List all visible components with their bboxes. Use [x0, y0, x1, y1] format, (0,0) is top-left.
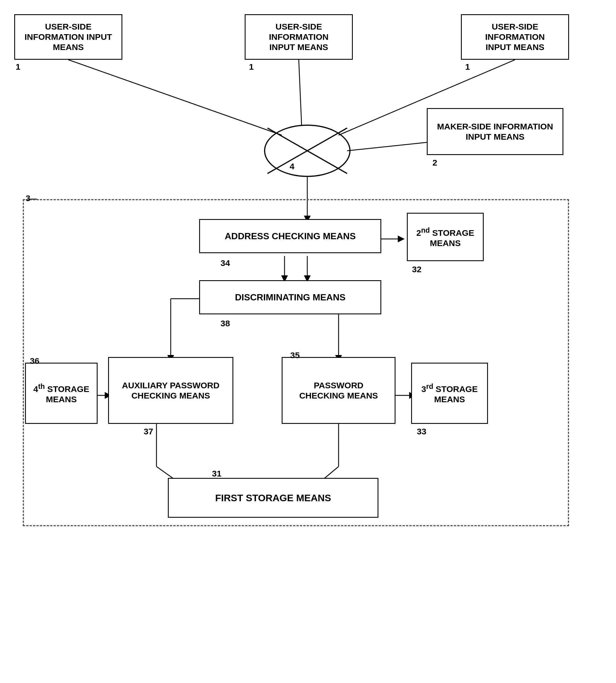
second-storage-box: 2nd STORAGEMEANS [407, 213, 484, 261]
fourth-storage-box: 4th STORAGEMEANS [25, 363, 97, 424]
user-input-box-1a: USER-SIDE INFORMATION INPUT MEANS [14, 14, 122, 60]
svg-line-2 [267, 128, 347, 174]
discriminating-box: DISCRIMINATING MEANS [199, 280, 381, 314]
label-1a: 1 [16, 62, 21, 72]
label-31: 31 [212, 469, 221, 479]
svg-line-1 [267, 128, 347, 174]
label-1b: 1 [249, 62, 254, 72]
first-storage-box: FIRST STORAGE MEANS [168, 478, 378, 518]
label-4: 4 [290, 161, 294, 171]
user-input-box-1c: USER-SIDE INFORMATIONINPUT MEANS [461, 14, 569, 60]
label-3: 3 [26, 194, 30, 203]
maker-input-box: MAKER-SIDE INFORMATIONINPUT MEANS [427, 108, 563, 155]
diagram: USER-SIDE INFORMATION INPUT MEANS USER-S… [0, 0, 616, 683]
svg-line-4 [299, 60, 302, 125]
label-2: 2 [433, 158, 437, 168]
label-33: 33 [417, 427, 426, 436]
third-storage-box: 3rd STORAGEMEANS [411, 363, 488, 424]
svg-point-0 [265, 125, 350, 176]
label-38: 38 [221, 318, 230, 328]
password-checking-box: PASSWORDCHECKING MEANS [282, 357, 395, 424]
label-37: 37 [144, 427, 153, 436]
label-34: 34 [221, 258, 230, 268]
address-checking-box: ADDRESS CHECKING MEANS [199, 219, 381, 253]
label-32: 32 [412, 265, 421, 274]
label-36: 36 [30, 356, 39, 366]
user-input-box-1b: USER-SIDE INFORMATIONINPUT MEANS [245, 14, 353, 60]
label-1c: 1 [465, 62, 470, 72]
label-35: 35 [290, 350, 300, 360]
aux-password-box: AUXILIARY PASSWORDCHECKING MEANS [108, 357, 233, 424]
